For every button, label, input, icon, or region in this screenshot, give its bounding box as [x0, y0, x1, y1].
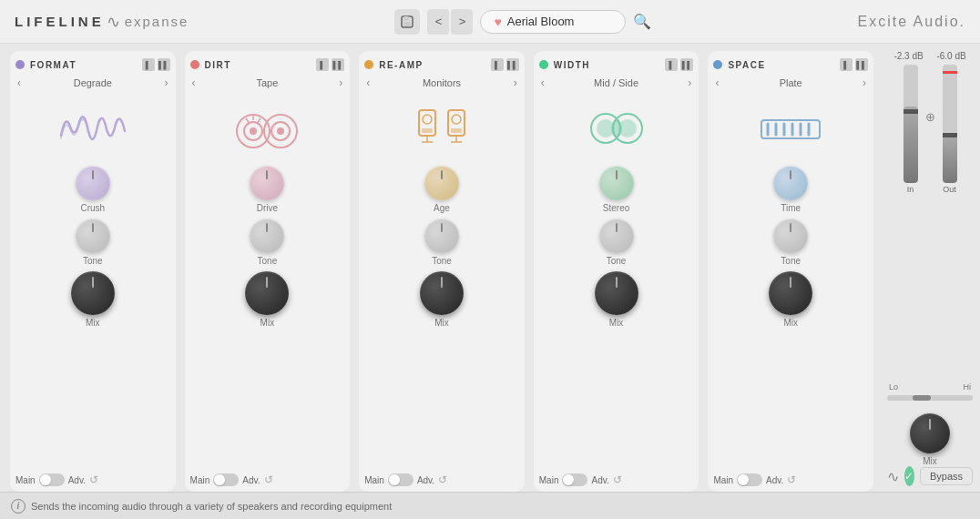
dirt-mini-btn-2[interactable]: ▌▌	[332, 58, 344, 71]
lo-hi-handle[interactable]	[913, 395, 931, 401]
reamp-mini-btn-1[interactable]: ▌	[491, 58, 504, 71]
format-mini-btn-2[interactable]: ▌▌	[158, 58, 170, 71]
dirt-module: DIRT ▌ ▌▌ ‹ Tape ›	[185, 51, 351, 492]
width-tone-knob[interactable]	[599, 219, 634, 253]
space-reset-button[interactable]: ↺	[787, 473, 796, 486]
space-mini-btn-1[interactable]: ▌	[840, 58, 852, 71]
reamp-reset-button[interactable]: ↺	[438, 473, 447, 486]
dirt-tone-knob[interactable]	[250, 219, 284, 253]
width-reset-button[interactable]: ↺	[613, 473, 622, 486]
width-footer: Main Adv. ↺	[539, 470, 694, 486]
width-mini-btn-1[interactable]: ▌	[665, 58, 678, 71]
space-tone-label: Tone	[781, 256, 801, 266]
format-next-arrow[interactable]: ›	[163, 76, 170, 89]
search-button[interactable]: 🔍	[633, 13, 651, 30]
brand-logo: Excite Audio.	[857, 14, 965, 30]
dirt-knobs: Drive Tone Mix	[190, 166, 345, 470]
width-stereo-knob[interactable]	[599, 166, 634, 200]
preset-next-button[interactable]: >	[451, 9, 473, 35]
space-mini-btn-2[interactable]: ▌▌	[855, 58, 868, 71]
lo-hi-slider[interactable]	[887, 395, 973, 401]
dirt-reset-button[interactable]: ↺	[264, 473, 273, 486]
reamp-mix-row: Mix	[420, 271, 464, 328]
top-bar: LIFELINE ∿ expanse < > ♥ Aerial Bloom 🔍 …	[0, 0, 980, 44]
width-next-arrow[interactable]: ›	[686, 76, 693, 89]
reamp-visual	[364, 97, 519, 160]
width-prev-arrow[interactable]: ‹	[539, 76, 546, 89]
space-toggle[interactable]	[737, 473, 762, 486]
preset-name-display[interactable]: ♥ Aerial Bloom	[480, 10, 626, 34]
reamp-prev-arrow[interactable]: ‹	[364, 76, 372, 89]
space-prev-arrow[interactable]: ‹	[713, 76, 720, 89]
dirt-next-arrow[interactable]: ›	[337, 76, 344, 89]
format-module-title: FORMAT	[30, 60, 137, 70]
reamp-tone-knob[interactable]	[424, 219, 459, 253]
space-time-label: Time	[781, 203, 801, 213]
right-panel: -2.3 dB -6.0 dB In ⊕	[880, 44, 980, 492]
format-tone-knob[interactable]	[76, 219, 110, 253]
svg-rect-2	[403, 22, 411, 26]
out-fader-handle[interactable]	[943, 133, 957, 137]
reamp-nav: ‹ Monitors ›	[364, 76, 519, 89]
space-next-arrow[interactable]: ›	[861, 76, 868, 89]
reamp-toggle[interactable]	[388, 473, 413, 486]
format-toggle[interactable]	[39, 473, 65, 486]
format-mix-label: Mix	[86, 318, 100, 328]
width-toggle[interactable]	[562, 473, 587, 486]
dirt-mix-knob[interactable]	[245, 271, 289, 315]
format-prev-arrow[interactable]: ‹	[15, 76, 23, 89]
format-adv-label: Adv.	[68, 475, 86, 485]
dirt-knob1-row: Drive	[250, 166, 284, 213]
reamp-footer: Main Adv. ↺	[364, 470, 519, 486]
space-module-header: SPACE ▌ ▌▌	[713, 58, 868, 71]
width-status-dot	[539, 60, 548, 69]
format-knob2-row: Tone	[76, 219, 110, 266]
format-crush-knob[interactable]	[76, 166, 110, 200]
space-tone-knob[interactable]	[773, 219, 808, 253]
hi-label: Hi	[964, 382, 972, 392]
format-knob1-row: Crush	[76, 166, 110, 213]
dirt-nav: ‹ Tape ›	[190, 76, 345, 89]
dirt-type-label: Tape	[256, 77, 278, 88]
link-meters-button[interactable]: ⊕	[925, 110, 935, 124]
modules-container: FORMAT ▌ ▌▌ ‹ Degrade › Cr	[0, 44, 880, 492]
svg-point-8	[277, 127, 284, 135]
in-fader-handle[interactable]	[903, 109, 918, 114]
width-knob2-row: Tone	[599, 219, 634, 266]
svg-rect-27	[761, 120, 820, 138]
dirt-toggle[interactable]	[213, 473, 239, 486]
dirt-main-label: Main	[190, 475, 210, 485]
reamp-next-arrow[interactable]: ›	[512, 76, 519, 89]
format-reset-button[interactable]: ↺	[89, 473, 98, 486]
right-mix-section: Mix	[887, 413, 973, 466]
reamp-status-dot	[364, 60, 373, 69]
right-mix-knob[interactable]	[910, 413, 950, 453]
preset-prev-button[interactable]: <	[427, 9, 449, 35]
format-mix-knob[interactable]	[71, 271, 115, 315]
dirt-drive-knob[interactable]	[250, 166, 284, 200]
format-knobs: Crush Tone Mix	[15, 166, 170, 470]
space-knob1-row: Time	[773, 166, 808, 213]
logo-expanse: expanse	[125, 14, 189, 29]
reamp-main-label: Main	[364, 475, 384, 485]
width-knobs: Stereo Tone Mix	[539, 166, 694, 470]
format-mini-btn-1[interactable]: ▌	[142, 58, 155, 71]
svg-rect-14	[422, 128, 433, 133]
reamp-age-knob[interactable]	[424, 166, 459, 200]
save-button[interactable]	[394, 9, 420, 35]
db-readings: -2.3 dB -6.0 dB	[887, 51, 973, 61]
width-mini-btn-2[interactable]: ▌▌	[680, 58, 693, 71]
dirt-mini-btn-1[interactable]: ▌	[316, 58, 329, 71]
reamp-mini-btn-2[interactable]: ▌▌	[506, 58, 519, 71]
space-module-title: SPACE	[728, 60, 834, 70]
out-db-value: -6.0 dB	[936, 51, 965, 61]
space-time-knob[interactable]	[773, 166, 808, 200]
bypass-button[interactable]: Bypass	[920, 467, 973, 485]
space-nav: ‹ Plate ›	[713, 76, 868, 89]
space-header-controls: ▌ ▌▌	[840, 58, 868, 71]
logo-wave-icon: ∿	[107, 12, 123, 32]
width-mix-knob[interactable]	[595, 271, 638, 315]
space-mix-knob[interactable]	[769, 271, 812, 315]
dirt-prev-arrow[interactable]: ‹	[190, 76, 198, 89]
reamp-mix-knob[interactable]	[420, 271, 464, 315]
